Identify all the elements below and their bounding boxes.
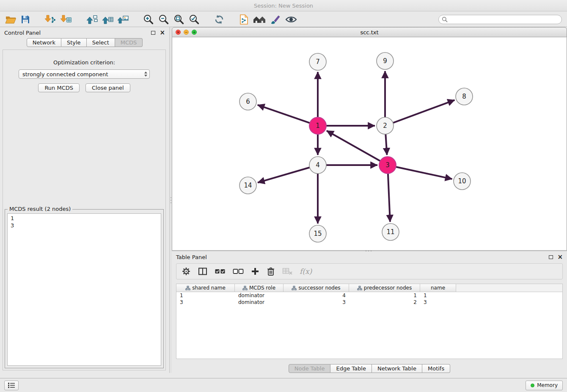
tab-mcds[interactable]: MCDS (115, 38, 143, 47)
import-table-button[interactable] (60, 14, 72, 25)
import-network-icon (44, 14, 56, 25)
show-hide-button[interactable] (285, 14, 297, 25)
cell-predecessor-nodes[interactable]: 1 (349, 292, 420, 299)
open-file-button[interactable] (5, 14, 17, 25)
column-header-name[interactable]: name (420, 284, 456, 292)
annotations-button[interactable] (270, 14, 281, 25)
control-panel: Control Panel × Network Style Select MCD… (0, 27, 170, 373)
graph-node-14[interactable]: 14 (239, 177, 256, 194)
export-image-button[interactable] (117, 14, 129, 25)
first-neighbors-button[interactable] (253, 14, 266, 25)
cell-name[interactable]: 1 (420, 292, 456, 299)
status-bar: Memory (0, 378, 567, 392)
tab-style[interactable]: Style (61, 38, 87, 47)
table-panel-float-button[interactable] (549, 255, 553, 259)
brush-icon (270, 14, 281, 25)
graph-node-11[interactable]: 11 (382, 224, 399, 240)
edge-3-11[interactable] (388, 173, 390, 222)
mcds-result-text[interactable]: 1 3 (7, 213, 161, 366)
plus-icon (251, 267, 259, 276)
zoom-window-button[interactable]: + (192, 30, 197, 35)
toggle-columns-button[interactable] (198, 267, 207, 276)
tab-edge-table[interactable]: Edge Table (330, 364, 372, 373)
table-settings-button[interactable] (182, 267, 191, 276)
tab-select[interactable]: Select (87, 38, 115, 47)
control-panel-tabs: Network Style Select MCDS (0, 38, 169, 47)
graph-node-8[interactable]: 8 (456, 88, 473, 105)
zoom-in-button[interactable] (143, 14, 154, 25)
add-column-button[interactable] (251, 267, 259, 276)
graph-node-1[interactable]: 1 (309, 117, 326, 134)
function-builder-button[interactable]: f(x) (300, 267, 312, 276)
control-panel-float-button[interactable] (151, 31, 155, 35)
close-window-button[interactable]: × (176, 30, 181, 35)
column-header-successor-nodes[interactable]: successor nodes (284, 284, 349, 292)
cell-successor-nodes[interactable]: 4 (284, 292, 349, 299)
table-toolbar: f(x) (176, 263, 563, 279)
edge-3-1[interactable] (327, 131, 381, 161)
deselect-all-icon (233, 268, 244, 275)
cell-shared-name[interactable]: 1 (176, 292, 235, 299)
column-header-shared-name[interactable]: shared name (176, 284, 235, 292)
control-panel-header: Control Panel × (0, 27, 169, 38)
network-canvas[interactable]: 7968124314101511 (172, 37, 567, 251)
graph-node-7[interactable]: 7 (309, 53, 326, 70)
control-panel-close-button[interactable]: × (160, 30, 165, 35)
column-header-mcds-role[interactable]: MCDS role (235, 284, 284, 292)
select-all-rows-button[interactable] (215, 268, 226, 275)
graph-node-10[interactable]: 10 (454, 173, 471, 190)
tab-network[interactable]: Network (27, 38, 61, 47)
window-title: Session: New Session (254, 3, 313, 9)
column-header-predecessor-nodes[interactable]: predecessor nodes (349, 284, 420, 292)
mcds-close-panel-button[interactable]: Close panel (85, 83, 130, 92)
cell-successor-nodes[interactable]: 3 (284, 299, 349, 306)
svg-text:7: 7 (316, 58, 320, 66)
cell-predecessor-nodes[interactable]: 2 (349, 299, 420, 306)
search-input[interactable] (450, 17, 559, 22)
run-mcds-button[interactable]: Run MCDS (38, 83, 80, 92)
tab-network-table[interactable]: Network Table (372, 364, 422, 373)
edge-2-8[interactable] (392, 100, 455, 123)
refresh-button[interactable] (214, 14, 225, 25)
deselect-all-rows-button[interactable] (233, 268, 244, 275)
eye-icon (285, 14, 297, 25)
table-panel-close-button[interactable]: × (557, 255, 563, 259)
cell-name[interactable]: 3 (420, 299, 456, 306)
tab-motifs[interactable]: Motifs (422, 364, 450, 373)
attribute-icon (292, 286, 297, 290)
cell-shared-name[interactable]: 3 (176, 299, 235, 306)
table-row[interactable]: 1 dominator 4 1 1 (176, 292, 562, 299)
edge-3-10[interactable] (395, 167, 452, 179)
memory-button[interactable]: Memory (526, 381, 563, 390)
edge-1-6[interactable] (258, 105, 311, 123)
save-session-button[interactable] (20, 14, 30, 25)
clone-network-button[interactable] (239, 14, 249, 25)
import-network-button[interactable] (44, 14, 56, 25)
table-row[interactable]: 3 dominator 3 2 3 (176, 299, 562, 306)
export-network-button[interactable] (86, 14, 98, 25)
tab-node-table[interactable]: Node Table (289, 364, 331, 373)
graph-node-9[interactable]: 9 (377, 52, 394, 69)
show-panels-menu-button[interactable] (4, 381, 19, 390)
graph-node-3[interactable]: 3 (379, 157, 396, 174)
export-table-button[interactable] (102, 14, 113, 25)
graph-node-15[interactable]: 15 (309, 225, 326, 242)
svg-text:1: 1 (316, 122, 320, 130)
edge-4-14[interactable] (258, 167, 311, 182)
minimize-window-button[interactable]: − (184, 30, 189, 35)
delete-column-button[interactable] (267, 267, 275, 276)
graph-node-6[interactable]: 6 (239, 93, 256, 110)
zoom-out-button[interactable] (158, 14, 169, 25)
zoom-selected-button[interactable] (188, 14, 200, 25)
zoom-fit-button[interactable] (173, 14, 184, 25)
folder-open-icon (5, 14, 17, 25)
graph-node-2[interactable]: 2 (377, 117, 394, 134)
graph-node-4[interactable]: 4 (309, 157, 326, 174)
cell-mcds-role[interactable]: dominator (235, 292, 284, 299)
criterion-select[interactable]: strongly connected component (19, 69, 150, 79)
delete-table-button[interactable] (282, 268, 292, 275)
zoom-selected-icon (188, 14, 200, 25)
refresh-icon (214, 14, 225, 25)
cell-mcds-role[interactable]: dominator (235, 299, 284, 306)
edge-2-3[interactable] (385, 133, 387, 155)
